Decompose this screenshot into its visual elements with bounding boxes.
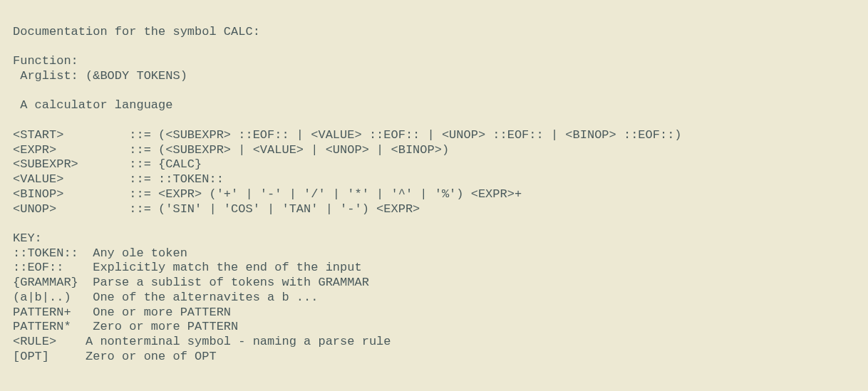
grammar-value: <VALUE> ::= ::TOKEN:: bbox=[13, 172, 224, 186]
key-opt: [OPT] Zero or one of OPT bbox=[13, 350, 217, 363]
key-alt: (a|b|..) One of the alternavites a b ... bbox=[13, 291, 318, 304]
key-star: PATTERN* Zero or more PATTERN bbox=[13, 320, 238, 333]
grammar-subexpr: <SUBEXPR> ::= {CALC} bbox=[13, 157, 202, 171]
key-rule: <RULE> A nonterminal symbol - naming a p… bbox=[13, 335, 391, 348]
doc-title: Documentation for the symbol CALC: bbox=[13, 25, 260, 38]
key-label: KEY: bbox=[13, 231, 42, 245]
function-label: Function: bbox=[13, 54, 78, 68]
key-grammar: {GRAMMAR} Parse a sublist of tokens with… bbox=[13, 276, 369, 289]
grammar-expr: <EXPR> ::= (<SUBEXPR> | <VALUE> | <UNOP>… bbox=[13, 143, 449, 157]
grammar-unop: <UNOP> ::= ('SIN' | 'COS' | 'TAN' | '-')… bbox=[13, 202, 420, 216]
arglist: Arglist: (&BODY TOKENS) bbox=[13, 69, 187, 83]
key-token: ::TOKEN:: Any ole token bbox=[13, 246, 187, 260]
grammar-binop: <BINOP> ::= <EXPR> ('+' | '-' | '/' | '*… bbox=[13, 187, 522, 201]
description: A calculator language bbox=[13, 98, 172, 112]
grammar-start: <START> ::= (<SUBEXPR> ::EOF:: | <VALUE>… bbox=[13, 128, 682, 142]
key-eof: ::EOF:: Explicitly match the end of the … bbox=[13, 261, 362, 274]
key-plus: PATTERN+ One or more PATTERN bbox=[13, 306, 231, 319]
